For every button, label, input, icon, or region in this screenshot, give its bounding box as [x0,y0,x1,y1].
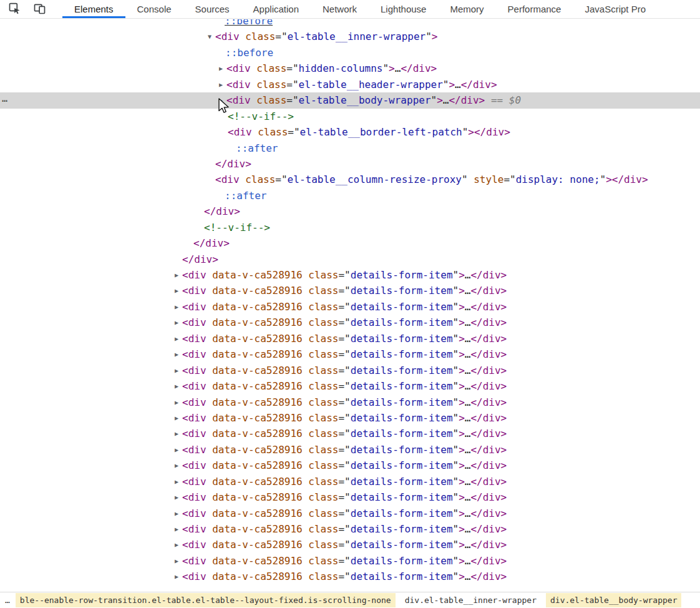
breadcrumb-item[interactable]: div.el-table__body-wrapper [546,593,682,607]
tree-row-text: <div data-v-ca528916 class="details-form… [0,442,507,458]
tree-row[interactable]: ▶<div class="el-table__header-wrapper">…… [0,77,700,92]
tree-row[interactable]: ▶<div data-v-ca528916 class="details-for… [0,267,700,283]
expand-arrow-icon[interactable]: ▶ [172,474,181,489]
tree-row[interactable]: ::after [0,140,700,156]
tree-row[interactable]: <div class="el-table__column-resize-prox… [0,172,700,187]
tree-row-text: <div data-v-ca528916 class="details-form… [0,331,507,346]
expand-arrow-icon[interactable]: ▶ [172,315,181,330]
expand-arrow-icon[interactable]: ▶ [172,569,181,584]
tree-row[interactable]: ▶<div data-v-ca528916 class="details-for… [0,474,700,489]
tab-memory[interactable]: Memory [438,0,495,18]
expand-arrow-icon[interactable]: ▶ [172,442,181,458]
tree-row-text: ::before [0,19,273,29]
tree-row[interactable]: ▶<div data-v-ca528916 class="details-for… [0,363,700,378]
breadcrumb-item[interactable]: ble--enable-row-transition.el-table.el-t… [16,593,396,607]
tab-javascript-pro[interactable]: JavaScript Pro [573,0,658,18]
expand-arrow-icon[interactable]: ▶ [172,346,181,362]
tab-elements[interactable]: Elements [62,0,125,18]
tree-row-text: <div data-v-ca528916 class="details-form… [0,489,507,505]
inspect-element-button[interactable] [8,3,21,16]
tree-row[interactable]: <div class="el-table__border-left-patch"… [0,124,700,140]
tree-row-text: </div> [0,235,230,251]
expand-arrow-icon[interactable]: ▶ [172,378,181,394]
expand-arrow-icon[interactable]: ▶ [172,521,181,537]
expand-arrow-icon[interactable]: ▶ [172,267,181,283]
expand-arrow-icon[interactable]: ▶ [172,553,181,569]
tree-row[interactable]: ▶<div data-v-ca528916 class="details-for… [0,553,700,569]
tree-row[interactable]: ▶<div data-v-ca528916 class="details-for… [0,521,700,537]
tree-row[interactable]: ▶<div data-v-ca528916 class="details-for… [0,395,700,410]
tab-network[interactable]: Network [311,0,369,18]
toolbar-icon-group [0,0,62,18]
expand-arrow-icon[interactable]: ▶ [172,331,181,346]
expand-arrow-icon[interactable]: ▶ [172,537,181,552]
node-menu-dots[interactable]: … [2,91,8,107]
tree-row[interactable]: ▶<div data-v-ca528916 class="details-for… [0,331,700,346]
tree-row[interactable]: ▶<div data-v-ca528916 class="details-for… [0,378,700,394]
expand-arrow-icon[interactable]: ▶ [172,426,181,441]
tree-row-text: <div data-v-ca528916 class="details-form… [0,569,507,584]
tree-row[interactable]: ▶<div data-v-ca528916 class="details-for… [0,346,700,362]
tree-row-selected[interactable]: ▶…<div class="el-table__body-wrapper">…<… [0,92,700,108]
tree-row-text: <div data-v-ca528916 class="details-form… [0,363,507,378]
elements-panel: ::before▼<div class="el-table__inner-wra… [0,19,700,592]
tree-row[interactable]: ▶<div data-v-ca528916 class="details-for… [0,442,700,458]
tree-row[interactable]: ::after [0,188,700,203]
expand-arrow-icon[interactable]: ▶ [216,61,225,76]
tree-row[interactable]: ::before [0,45,700,61]
tree-row[interactable]: ▶<div data-v-ca528916 class="details-for… [0,458,700,473]
tree-row-text: <!--v-if--> [0,109,294,124]
tree-row-text: <div class="el-table__border-left-patch"… [0,124,510,140]
expand-arrow-icon[interactable]: ▶ [172,410,181,426]
tree-row-text: <div class="el-table__inner-wrapper"> [0,29,437,44]
expand-arrow-icon[interactable]: ▶ [172,283,181,298]
collapse-arrow-icon[interactable]: ▼ [205,29,214,44]
tree-row[interactable]: </div> [0,235,700,251]
tree-row[interactable]: <!--v-if--> [0,220,700,235]
expand-arrow-icon[interactable]: ▶ [216,92,225,108]
tree-row[interactable]: ▶<div data-v-ca528916 class="details-for… [0,315,700,330]
expand-arrow-icon[interactable]: ▶ [172,489,181,505]
breadcrumb-overflow-dots[interactable]: … [0,596,16,605]
tree-row[interactable]: ▶<div data-v-ca528916 class="details-for… [0,426,700,441]
tree-row-text: <div data-v-ca528916 class="details-form… [0,537,507,552]
tree-row-text: <div data-v-ca528916 class="details-form… [0,283,507,298]
tree-row[interactable]: ▶<div data-v-ca528916 class="details-for… [0,569,700,584]
tree-row-text: <div data-v-ca528916 class="details-form… [0,474,507,489]
toggle-device-toolbar-button[interactable] [33,3,46,16]
tree-row[interactable]: ▶<div data-v-ca528916 class="details-for… [0,410,700,426]
tree-row-text: ::after [0,188,266,203]
expand-arrow-icon[interactable]: ▶ [216,77,225,92]
tree-row[interactable]: ▶<div data-v-ca528916 class="details-for… [0,283,700,298]
tree-row-text: <div data-v-ca528916 class="details-form… [0,521,507,537]
tab-sources[interactable]: Sources [183,0,241,18]
tab-console[interactable]: Console [125,0,183,18]
tree-row[interactable]: ▼<div class="el-table__inner-wrapper"> [0,29,700,44]
expand-arrow-icon[interactable]: ▶ [172,395,181,410]
tree-row[interactable]: <!--v-if--> [0,109,700,124]
tree-row[interactable]: ::before [0,19,700,29]
tab-application[interactable]: Application [241,0,311,18]
tab-lighthouse[interactable]: Lighthouse [369,0,438,18]
tree-row-text: <div data-v-ca528916 class="details-form… [0,506,507,521]
expand-arrow-icon[interactable]: ▶ [172,506,181,521]
tree-row[interactable]: ▶<div class="hidden-columns">…</div> [0,61,700,76]
tree-row-text: </div> [0,252,218,267]
tree-row[interactable]: ▶<div data-v-ca528916 class="details-for… [0,537,700,552]
tree-row[interactable]: </div> [0,203,700,219]
tree-row[interactable]: </div> [0,252,700,267]
expand-arrow-icon[interactable]: ▶ [172,299,181,315]
tree-row-text: <!--v-if--> [0,220,270,235]
tree-row-text: <div class="el-table__header-wrapper">…<… [0,77,497,92]
tree-row[interactable]: ▶<div data-v-ca528916 class="details-for… [0,506,700,521]
expand-arrow-icon[interactable]: ▶ [172,458,181,473]
tree-row[interactable]: ▶<div data-v-ca528916 class="details-for… [0,299,700,315]
tree-row[interactable]: ▶<div data-v-ca528916 class="details-for… [0,489,700,505]
breadcrumb-item[interactable]: div.el-table__inner-wrapper [401,593,541,607]
tree-row[interactable]: </div> [0,156,700,172]
tree-row-text: ::after [0,140,278,156]
breadcrumb-items: ble--enable-row-transition.el-table.el-t… [16,592,687,608]
tab-performance[interactable]: Performance [496,0,573,18]
expand-arrow-icon[interactable]: ▶ [172,363,181,378]
tree-row-text: <div data-v-ca528916 class="details-form… [0,346,507,362]
